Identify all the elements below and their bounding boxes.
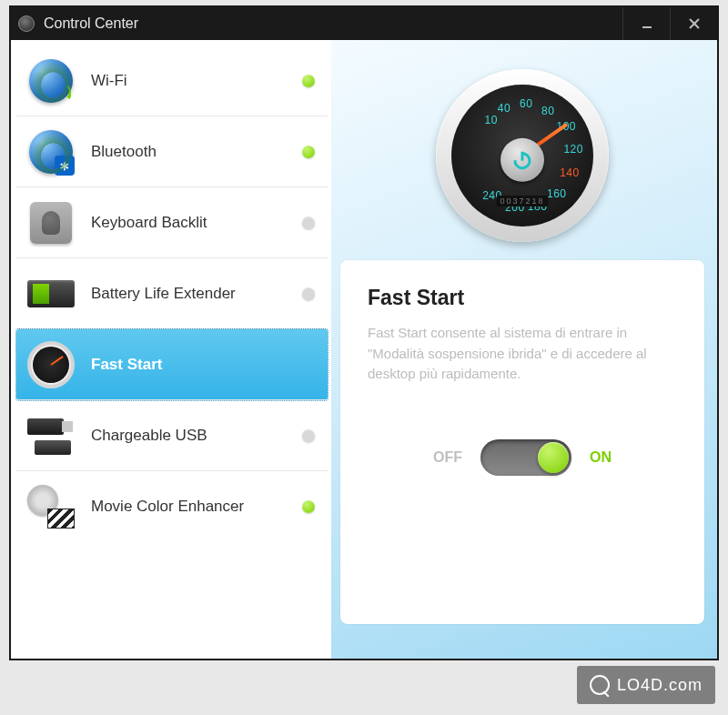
sidebar-item-bluetooth[interactable]: ∗ Bluetooth [16, 116, 328, 187]
wifi-icon [25, 55, 76, 106]
sidebar: Wi-Fi ∗ Bluetooth Keyboard Backlit [11, 40, 331, 659]
battery-icon [25, 268, 76, 319]
fast-start-toggle[interactable] [480, 439, 571, 476]
close-icon [688, 17, 701, 30]
sidebar-item-movie-enhancer[interactable]: Movie Color Enhancer [16, 471, 328, 542]
gauge-tick: 120 [563, 143, 583, 156]
status-dot [302, 217, 315, 229]
info-card: Fast Start Fast Start consente al sistem… [340, 260, 704, 624]
status-dot [302, 287, 315, 300]
sidebar-item-label: Chargeable USB [91, 426, 302, 445]
usb-icon [25, 410, 76, 461]
toggle-knob [538, 442, 569, 473]
keyboard-backlit-icon [25, 197, 76, 248]
gauge-card: 10 40 60 80 100 120 140 160 180 200 240 … [340, 51, 704, 260]
status-dot [302, 429, 315, 442]
speedometer-gauge: 10 40 60 80 100 120 140 160 180 200 240 … [436, 69, 609, 242]
gauge-tick: 40 [498, 102, 511, 115]
sidebar-item-keyboard-backlit[interactable]: Keyboard Backlit [16, 187, 328, 258]
movie-icon [25, 481, 76, 532]
minimize-icon [641, 17, 653, 30]
gauge-tick: 60 [520, 97, 532, 110]
sidebar-item-label: Wi-Fi [91, 71, 302, 90]
window-title: Control Center [44, 15, 622, 32]
gauge-tick: 10 [485, 114, 498, 126]
toggle-row: OFF ON [368, 439, 677, 476]
gauge-tick: 140 [560, 166, 580, 179]
watermark-text: LO4D.com [617, 676, 703, 695]
watermark: LO4D.com [577, 666, 715, 704]
sidebar-item-label: Bluetooth [91, 142, 302, 161]
magnifier-icon [590, 675, 610, 695]
sidebar-item-label: Fast Start [91, 355, 302, 374]
window: Control Center Wi-Fi ∗ Bluetooth [9, 5, 719, 660]
sidebar-item-label: Keyboard Backlit [91, 213, 302, 232]
toggle-off-label: OFF [433, 449, 462, 466]
body: Wi-Fi ∗ Bluetooth Keyboard Backlit [11, 40, 717, 659]
bluetooth-icon: ∗ [25, 126, 76, 177]
gauge-tick: 80 [541, 105, 554, 117]
gauge-tick: 160 [547, 187, 567, 200]
sidebar-item-label: Movie Color Enhancer [91, 497, 302, 516]
sidebar-item-battery-extender[interactable]: Battery Life Extender [16, 258, 328, 329]
detail-pane: 10 40 60 80 100 120 140 160 180 200 240 … [331, 40, 717, 659]
status-dot [302, 146, 315, 158]
gauge-odometer: 0037218 [496, 196, 548, 206]
sidebar-item-fast-start[interactable]: Fast Start [16, 329, 328, 400]
close-button[interactable] [670, 7, 717, 40]
minimize-button[interactable] [622, 7, 670, 40]
detail-description: Fast Start consente al sistema di entrar… [368, 323, 677, 385]
titlebar: Control Center [11, 7, 717, 40]
status-dot [302, 75, 315, 87]
sidebar-item-label: Battery Life Extender [91, 284, 302, 303]
gauge-icon [25, 339, 76, 390]
detail-title: Fast Start [368, 286, 677, 310]
power-button[interactable] [500, 138, 544, 182]
sidebar-item-chargeable-usb[interactable]: Chargeable USB [16, 400, 328, 471]
power-icon [511, 148, 534, 172]
sidebar-item-wifi[interactable]: Wi-Fi [16, 45, 328, 116]
status-dot [302, 500, 315, 513]
toggle-on-label: ON [590, 449, 612, 466]
app-icon [18, 15, 35, 32]
